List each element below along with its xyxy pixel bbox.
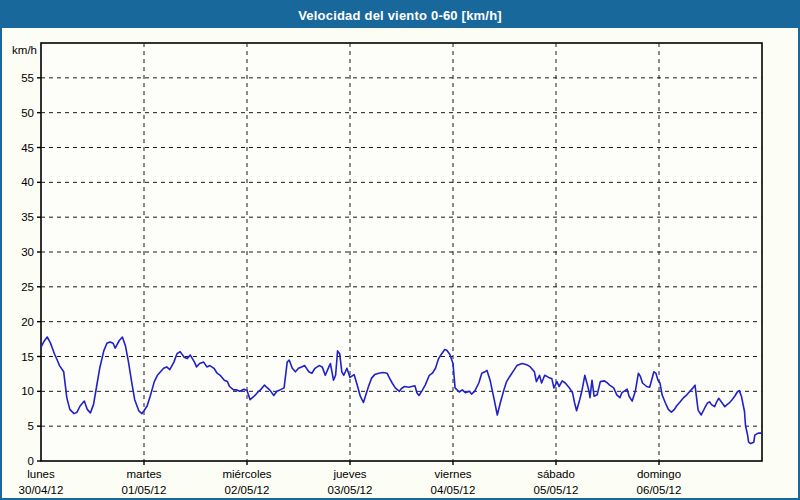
y-tick-label-55: 55 <box>21 72 34 84</box>
x-day-date-miércoles: 02/05/12 <box>225 484 270 496</box>
x-day-name-miércoles: miércoles <box>222 468 271 480</box>
x-day-name-sábado: sábado <box>537 468 575 480</box>
x-day-name-viernes: viernes <box>434 468 471 480</box>
y-axis-unit-label: km/h <box>12 44 37 56</box>
wind-speed-plot: 0510152025303540455055km/hlunes30/04/12m… <box>2 2 800 500</box>
y-tick-label-20: 20 <box>21 316 34 328</box>
y-tick-label-25: 25 <box>21 281 34 293</box>
x-day-date-domingo: 06/05/12 <box>637 484 682 496</box>
x-day-date-lunes: 30/04/12 <box>19 484 64 496</box>
x-day-name-jueves: jueves <box>332 468 366 480</box>
y-tick-label-10: 10 <box>21 385 34 397</box>
x-day-name-martes: martes <box>126 468 161 480</box>
x-day-date-sábado: 05/05/12 <box>534 484 579 496</box>
wind-speed-chart-window: Velocidad del viento 0-60 [km/h] 0510152… <box>0 0 800 500</box>
y-tick-label-35: 35 <box>21 211 34 223</box>
y-tick-label-50: 50 <box>21 107 34 119</box>
x-day-name-domingo: domingo <box>637 468 681 480</box>
x-day-date-martes: 01/05/12 <box>122 484 167 496</box>
y-tick-label-40: 40 <box>21 176 34 188</box>
y-tick-label-15: 15 <box>21 351 34 363</box>
x-day-date-jueves: 03/05/12 <box>328 484 373 496</box>
y-tick-label-30: 30 <box>21 246 34 258</box>
x-day-name-lunes: lunes <box>27 468 55 480</box>
y-tick-label-45: 45 <box>21 142 34 154</box>
x-day-date-viernes: 04/05/12 <box>431 484 476 496</box>
y-tick-label-0: 0 <box>28 455 34 467</box>
y-tick-label-5: 5 <box>28 420 34 432</box>
